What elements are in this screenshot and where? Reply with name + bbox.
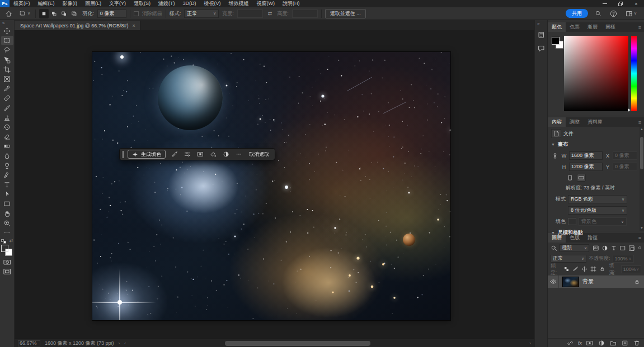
tool-preset-icon[interactable]: ∨ bbox=[17, 9, 32, 18]
generative-fill-button[interactable]: 生成填色 bbox=[128, 150, 166, 159]
search-icon[interactable] bbox=[593, 9, 603, 18]
menu-item-1[interactable]: 編輯(E) bbox=[34, 0, 59, 7]
move-tool-icon[interactable] bbox=[1, 26, 13, 36]
properties-tab-2[interactable]: 資料庫 bbox=[584, 117, 607, 127]
rulers-section-header[interactable]: ▼尺標和格點 bbox=[551, 229, 641, 236]
lock-artboard-icon[interactable] bbox=[589, 265, 598, 273]
more-options-icon[interactable] bbox=[234, 150, 243, 159]
bit-depth-select[interactable]: 8 位元/色版∨ bbox=[568, 206, 627, 215]
new-group-icon[interactable] bbox=[609, 339, 617, 347]
zoom-tool-icon[interactable] bbox=[1, 218, 13, 228]
swap-colors-icon[interactable]: ⇄ bbox=[10, 238, 13, 243]
filter-toggle-icon[interactable] bbox=[638, 246, 641, 249]
link-layers-icon[interactable] bbox=[566, 339, 575, 347]
object-selection-tool-icon[interactable] bbox=[1, 55, 13, 65]
color-tab-1[interactable]: 色票 bbox=[566, 22, 584, 32]
layer-style-fx-icon[interactable]: fx bbox=[578, 340, 582, 346]
color-panel-menu-icon[interactable]: ≡ bbox=[638, 22, 644, 32]
brush-tool-icon[interactable] bbox=[1, 103, 13, 113]
menu-item-5[interactable]: 選取(S) bbox=[130, 0, 154, 7]
color-mode-select[interactable]: RGB 色彩∨ bbox=[568, 195, 627, 203]
fill-opacity-field[interactable]: 100%∨ bbox=[621, 265, 641, 273]
crop-tool-icon[interactable] bbox=[1, 65, 13, 74]
tab-close-icon[interactable]: × bbox=[132, 23, 135, 28]
fill-icon[interactable] bbox=[208, 150, 218, 159]
invert-icon[interactable] bbox=[221, 150, 231, 159]
default-colors-icon[interactable] bbox=[1, 239, 6, 244]
add-layer-mask-icon[interactable] bbox=[585, 339, 594, 347]
properties-scrollbar[interactable]: ▲▼ bbox=[640, 127, 644, 231]
adjustment-filter-icon[interactable] bbox=[600, 244, 609, 252]
lock-position-icon[interactable] bbox=[580, 265, 589, 273]
subtract-selection-icon[interactable] bbox=[59, 9, 69, 18]
lock-transparency-icon[interactable] bbox=[562, 265, 571, 273]
brush-icon[interactable] bbox=[170, 150, 179, 159]
menu-item-0[interactable]: 檔案(F) bbox=[10, 0, 34, 7]
frame-tool-icon[interactable] bbox=[1, 74, 13, 84]
smart-object-filter-icon[interactable] bbox=[627, 244, 636, 252]
landscape-orientation-icon[interactable] bbox=[577, 174, 586, 182]
opacity-field[interactable]: 100%∨ bbox=[613, 255, 634, 263]
pixel-filter-icon[interactable] bbox=[591, 244, 600, 252]
lock-paint-icon[interactable] bbox=[571, 265, 580, 273]
height-input[interactable] bbox=[292, 9, 318, 18]
workspace-icon[interactable]: ∨ bbox=[624, 9, 638, 18]
status-collapse-icon[interactable]: ‹ bbox=[124, 341, 126, 346]
link-dimensions-icon[interactable] bbox=[551, 153, 559, 159]
canvas-area[interactable]: 生成填色 取消選取 bbox=[15, 30, 534, 339]
style-select[interactable]: 正常∨ bbox=[184, 9, 219, 18]
swap-dimensions-icon[interactable]: ⇄ bbox=[266, 9, 274, 18]
width-input[interactable] bbox=[237, 9, 263, 18]
blur-tool-icon[interactable] bbox=[1, 151, 13, 160]
horizontal-scrollbar[interactable] bbox=[225, 341, 370, 346]
canvas-fill-select[interactable]: 背景色∨ bbox=[579, 217, 627, 226]
dodge-tool-icon[interactable] bbox=[1, 161, 13, 170]
blend-mode-select[interactable]: 正常∨ bbox=[551, 255, 586, 263]
edit-toolbar-icon[interactable] bbox=[1, 228, 13, 237]
menu-item-9[interactable]: 增效模組 bbox=[225, 0, 253, 7]
color-tab-0[interactable]: 顏色 bbox=[548, 22, 566, 32]
eraser-tool-icon[interactable] bbox=[1, 132, 13, 141]
feather-input[interactable]: 0 像素 bbox=[97, 9, 126, 18]
color-tab-3[interactable]: 圖樣 bbox=[601, 22, 619, 32]
toolbar-collapse-icon[interactable]: » bbox=[0, 21, 4, 26]
hue-slider-marker[interactable] bbox=[628, 108, 631, 112]
image-canvas[interactable] bbox=[92, 52, 450, 320]
shape-filter-icon[interactable] bbox=[618, 244, 627, 252]
restore-button[interactable] bbox=[613, 0, 628, 7]
layer-filter-kind-select[interactable]: 種類∨ bbox=[560, 244, 589, 252]
minimize-button[interactable] bbox=[597, 0, 613, 7]
add-mask-icon[interactable] bbox=[195, 150, 205, 159]
new-selection-icon[interactable] bbox=[39, 9, 49, 18]
menu-item-7[interactable]: 3D(D) bbox=[179, 0, 200, 7]
photoshop-logo[interactable]: Ps bbox=[0, 0, 10, 7]
properties-tab-0[interactable]: 內容 bbox=[548, 117, 566, 127]
close-button[interactable]: × bbox=[628, 0, 644, 7]
screen-mode-icon[interactable] bbox=[1, 267, 13, 276]
type-tool-icon[interactable] bbox=[1, 180, 13, 189]
antialias-checkbox[interactable] bbox=[134, 11, 139, 16]
properties-panel-menu-icon[interactable]: ≡ bbox=[638, 117, 644, 127]
clone-stamp-tool-icon[interactable] bbox=[1, 113, 13, 122]
y-value-field[interactable]: 0 像素 bbox=[613, 163, 637, 171]
hand-tool-icon[interactable] bbox=[1, 209, 13, 218]
width-value-field[interactable]: 1600 像素 bbox=[569, 151, 603, 160]
lock-all-icon[interactable] bbox=[598, 265, 607, 273]
menu-item-11[interactable]: 說明(H) bbox=[279, 0, 304, 7]
document-tab[interactable]: Space Art Wallpapers 01.jpg @ 66.7% (RGB… bbox=[15, 21, 140, 30]
history-brush-tool-icon[interactable] bbox=[1, 122, 13, 132]
menu-item-8[interactable]: 檢視(V) bbox=[200, 0, 225, 7]
lasso-tool-icon[interactable] bbox=[1, 45, 13, 55]
quick-mask-icon[interactable] bbox=[1, 257, 13, 267]
intersect-selection-icon[interactable] bbox=[69, 9, 79, 18]
menu-item-3[interactable]: 圖層(L) bbox=[81, 0, 105, 7]
eyedropper-tool-icon[interactable] bbox=[1, 84, 13, 93]
foreground-color-swatch[interactable] bbox=[1, 245, 8, 252]
new-layer-icon[interactable] bbox=[621, 339, 629, 347]
properties-tab-1[interactable]: 調整 bbox=[566, 117, 584, 127]
delete-layer-icon[interactable] bbox=[632, 339, 641, 347]
deselect-button[interactable]: 取消選取 bbox=[247, 151, 271, 158]
x-value-field[interactable]: 0 像素 bbox=[613, 151, 637, 160]
share-button[interactable]: 共用 bbox=[566, 9, 588, 18]
rectangular-marquee-tool-icon[interactable] bbox=[1, 36, 13, 45]
